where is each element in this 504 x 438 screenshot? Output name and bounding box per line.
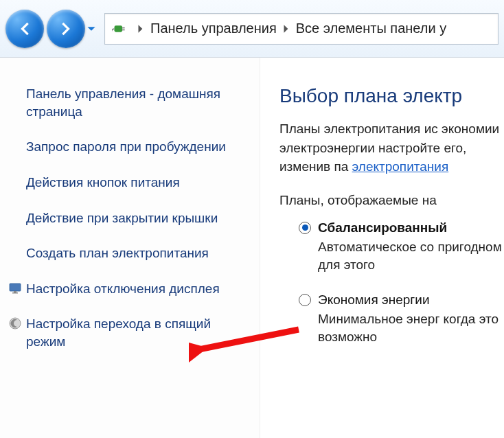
svg-rect-4 xyxy=(14,291,16,292)
breadcrumb-item-control-panel[interactable]: Панель управления xyxy=(146,21,281,36)
forward-button[interactable] xyxy=(47,10,85,48)
plan-name-powersaver: Экономия энергии xyxy=(318,292,430,308)
sidebar-item-display-off[interactable]: Настройка отключения дисплея xyxy=(8,280,246,298)
power-help-link[interactable]: электропитания xyxy=(352,159,449,174)
plan-desc-powersaver: Минимальное энерг когда это возможно xyxy=(318,310,504,347)
sidebar-home-link[interactable]: Панель управления - домашняя страница xyxy=(26,85,246,120)
monitor-icon xyxy=(8,281,22,295)
breadcrumb-bar[interactable]: Панель управления Все элементы панели у xyxy=(104,13,499,45)
page-title: Выбор плана электр xyxy=(279,85,504,107)
plans-subhead: Планы, отображаемые на xyxy=(279,193,504,208)
plan-balanced: Сбалансированный Автоматическое со приго… xyxy=(299,220,504,275)
sidebar-item-power-buttons[interactable]: Действия кнопок питания xyxy=(26,174,246,192)
chevron-down-icon xyxy=(87,24,96,34)
svg-rect-5 xyxy=(12,292,18,294)
page-description: Планы электропитания ис экономии электро… xyxy=(279,119,504,176)
svg-rect-0 xyxy=(115,25,123,32)
sidebar-item-create-plan[interactable]: Создать план электропитания xyxy=(26,244,246,262)
sidebar: Панель управления - домашняя страница За… xyxy=(0,58,260,438)
radio-powersaver[interactable] xyxy=(299,294,311,306)
sidebar-item-label: Настройка перехода в спящий режим xyxy=(26,315,246,350)
nav-history-dropdown[interactable] xyxy=(85,23,98,35)
content-area: Панель управления - домашняя страница За… xyxy=(0,58,504,438)
sidebar-item-password-wakeup[interactable]: Запрос пароля при пробуждении xyxy=(26,138,246,156)
radio-balanced[interactable] xyxy=(299,222,311,234)
sidebar-item-label: Настройка отключения дисплея xyxy=(26,280,220,298)
svg-rect-3 xyxy=(10,284,21,291)
plan-name-balanced: Сбалансированный xyxy=(318,220,447,235)
sidebar-item-sleep-mode[interactable]: Настройка перехода в спящий режим xyxy=(8,315,246,350)
breadcrumb-item-all-elements[interactable]: Все элементы панели у xyxy=(292,21,450,36)
power-plug-icon xyxy=(112,19,131,38)
plan-powersaver: Экономия энергии Минимальное энерг когда… xyxy=(299,292,504,347)
breadcrumb-separator xyxy=(281,24,292,34)
moon-icon xyxy=(8,316,22,330)
main-pane: Выбор плана электр Планы электропитания … xyxy=(260,58,504,438)
back-button[interactable] xyxy=(5,10,44,48)
sidebar-item-lid-action[interactable]: Действие при закрытии крышки xyxy=(26,209,246,227)
svg-rect-2 xyxy=(122,29,125,30)
arrow-right-icon xyxy=(56,19,76,38)
navigation-toolbar: Панель управления Все элементы панели у xyxy=(0,0,504,58)
plan-desc-balanced: Автоматическое со пригодном для этого xyxy=(318,238,504,275)
arrow-left-icon xyxy=(15,19,34,38)
breadcrumb-separator xyxy=(135,24,146,34)
svg-rect-1 xyxy=(122,27,125,28)
